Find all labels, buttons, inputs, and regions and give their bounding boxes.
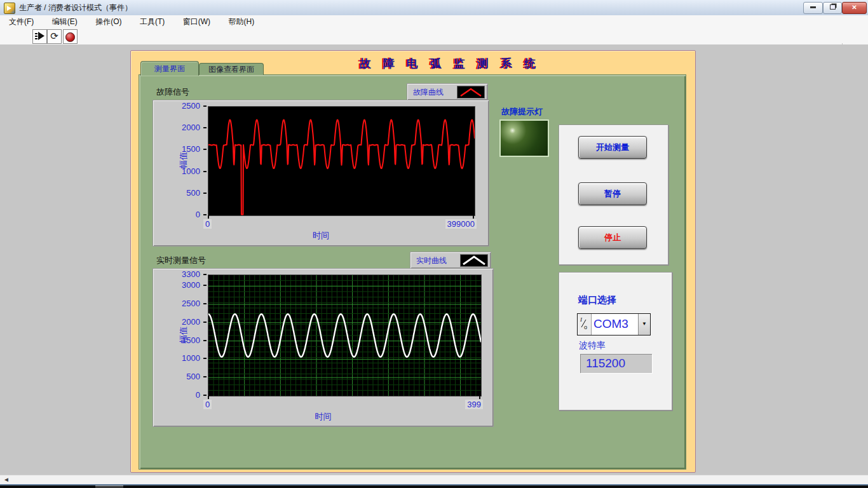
fault-plot-area: [208, 106, 475, 216]
y-tick-label: 3000: [153, 280, 200, 290]
port-panel: 端口选择 I o COM3 ▼ 波特率 115200: [559, 272, 672, 410]
svg-text:I: I: [580, 316, 583, 323]
fault-chart-panel: 幅值 050010001500200025000399000 时间: [153, 100, 489, 247]
tick-mark: [203, 340, 207, 341]
fault-legend-label: 故障曲线: [413, 87, 444, 98]
tick-mark: [208, 215, 209, 219]
tick-mark: [203, 214, 207, 215]
minimize-button[interactable]: [803, 2, 823, 14]
taskbar-strip: [0, 485, 868, 488]
tick-mark: [473, 215, 474, 219]
start-measure-button[interactable]: 开始测量: [578, 136, 647, 159]
pause-button[interactable]: 暂停: [578, 182, 647, 205]
y-tick-label: 0: [153, 210, 200, 219]
scroll-left-icon[interactable]: ◄: [1, 476, 11, 484]
menu-item-tools[interactable]: 工具(T): [133, 15, 171, 27]
horizontal-scrollbar[interactable]: ◄: [0, 475, 868, 484]
y-tick-label: 500: [153, 372, 200, 381]
continuous-run-icon: ⟳: [50, 30, 58, 41]
fault-legend[interactable]: 故障曲线: [407, 83, 488, 100]
realtime-legend[interactable]: 实时曲线: [410, 252, 491, 269]
menu-item-help[interactable]: 帮助(H): [222, 15, 261, 27]
y-tick-label: 1000: [153, 353, 200, 363]
y-tick-label: 2000: [153, 123, 200, 132]
menu-item-edit[interactable]: 编辑(E): [46, 15, 84, 27]
stop-button[interactable]: 停止: [578, 226, 647, 249]
tick-mark: [479, 396, 480, 399]
y-tick-label: 0: [153, 390, 200, 400]
x-tick-label: 0: [203, 219, 212, 229]
tick-mark: [203, 285, 207, 286]
fault-chart-label: 故障信号: [156, 86, 189, 98]
tick-mark: [203, 171, 207, 172]
fault-x-axis-label: 时间: [153, 230, 489, 241]
window-title: 生产者 / 消费者设计模式（事件）: [19, 3, 132, 13]
fault-legend-line-icon: [457, 86, 485, 98]
baud-rate-value: 115200: [580, 354, 652, 373]
run-arrow-icon: [34, 30, 46, 42]
y-tick-label: 500: [153, 188, 200, 198]
system-banner-title: 故 障 电 弧 监 测 系 统: [342, 56, 558, 71]
y-tick-label: 2500: [153, 299, 200, 308]
run-button[interactable]: [32, 29, 47, 44]
tick-mark: [203, 105, 207, 107]
y-tick-label: 2000: [153, 317, 200, 327]
tick-mark: [203, 303, 207, 304]
tick-mark: [203, 149, 207, 150]
buttons-panel: 开始测量 暂停 停止: [559, 125, 668, 265]
window-titlebar: 生产者 / 消费者设计模式（事件） ✕: [0, 0, 868, 16]
toolbar: ⟳: [0, 28, 868, 45]
realtime-chart-panel: 幅值 05001000150020002500300033000399 时间: [153, 268, 494, 427]
labview-app-icon: [4, 3, 15, 14]
tick-mark: [203, 395, 207, 396]
menu-item-operate[interactable]: 操作(O): [89, 15, 128, 27]
tick-mark: [203, 376, 207, 377]
svg-text:o: o: [584, 324, 587, 330]
port-combo-box[interactable]: I o COM3 ▼: [577, 313, 651, 336]
menu-item-window[interactable]: 窗口(W): [177, 15, 217, 27]
realtime-legend-label: 实时曲线: [416, 255, 447, 266]
fault-indicator-label: 故障提示灯: [501, 106, 543, 118]
tab-measure[interactable]: 测量界面: [140, 61, 199, 76]
fault-indicator-led: [499, 119, 549, 157]
tick-mark: [203, 193, 207, 194]
abort-icon: [65, 32, 75, 42]
realtime-x-axis-label: 时间: [153, 411, 493, 423]
tick-mark: [203, 322, 207, 323]
menu-item-file[interactable]: 文件(F): [3, 15, 40, 27]
x-tick-label: 399000: [445, 219, 477, 229]
tick-mark: [203, 358, 207, 359]
baud-rate-label: 波特率: [579, 340, 606, 351]
tick-mark: [208, 396, 209, 399]
continuous-run-button[interactable]: ⟳: [47, 29, 62, 44]
y-tick-label: 3300: [153, 269, 200, 279]
abort-button[interactable]: [63, 29, 78, 44]
labview-front-panel-window: 生产者 / 消费者设计模式（事件） ✕ 文件(F) 编辑(E) 操作(O) 工具…: [0, 0, 868, 488]
y-tick-label: 1500: [153, 336, 200, 345]
close-button[interactable]: ✕: [842, 2, 867, 14]
realtime-plot-area: [208, 274, 482, 396]
port-combo-value: COM3: [592, 314, 638, 335]
y-tick-label: 1500: [153, 144, 200, 154]
restore-button[interactable]: [823, 2, 842, 14]
y-tick-label: 1000: [153, 166, 200, 176]
tab-image-view[interactable]: 图像查看界面: [199, 63, 264, 75]
chevron-down-icon[interactable]: ▼: [638, 314, 650, 335]
tick-mark: [203, 127, 207, 128]
x-tick-label: 399: [465, 400, 483, 409]
port-select-label: 端口选择: [578, 294, 616, 306]
realtime-legend-line-icon: [460, 254, 488, 267]
tick-mark: [203, 274, 207, 275]
realtime-chart-label: 实时测量信号: [156, 255, 206, 266]
y-tick-label: 2500: [153, 101, 200, 111]
x-tick-label: 0: [203, 400, 212, 409]
menu-bar: 文件(F) 编辑(E) 操作(O) 工具(T) 窗口(W) 帮助(H): [0, 15, 868, 29]
io-icon: I o: [578, 314, 592, 335]
